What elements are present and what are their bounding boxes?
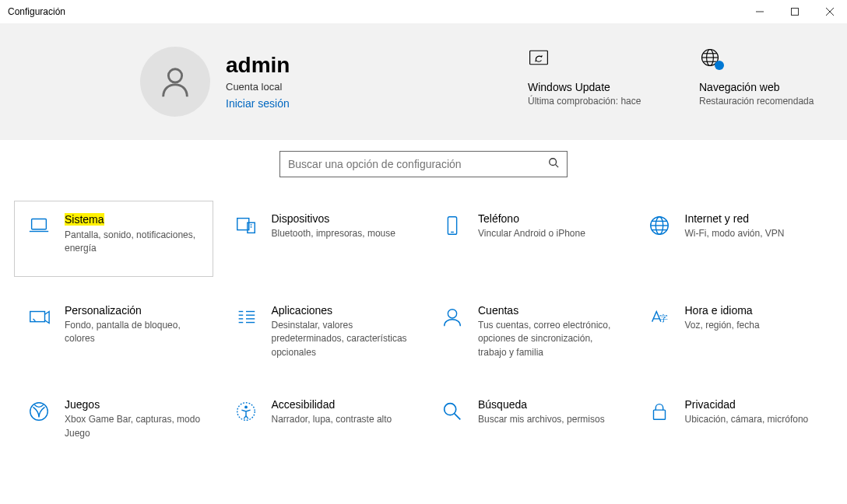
accessibility-icon — [233, 398, 259, 423]
tile-dispositivos[interactable]: Dispositivos Bluetooth, impresoras, mous… — [221, 201, 420, 277]
user-name: admin — [226, 53, 290, 78]
status-title: Navegación web — [699, 81, 816, 93]
laptop-icon — [26, 212, 52, 237]
svg-line-41 — [455, 414, 461, 420]
svg-rect-42 — [653, 410, 665, 419]
svg-line-12 — [556, 165, 559, 168]
tile-title: Cuentas — [478, 304, 615, 317]
tile-title: Búsqueda — [478, 398, 615, 411]
tile-title: Internet y red — [685, 212, 822, 225]
tile-desc: Pantalla, sonido, notificaciones, energí… — [65, 229, 202, 256]
status-windows-update[interactable]: Windows Update Última comprobación: hace — [528, 47, 645, 108]
tile-desc: Bluetooth, impresoras, mouse — [272, 227, 409, 240]
person-icon — [439, 304, 466, 329]
lock-icon — [646, 398, 673, 423]
svg-point-4 — [168, 69, 181, 82]
status-title: Windows Update — [528, 81, 645, 93]
tile-title: Sistema — [65, 213, 104, 226]
user-block[interactable]: admin Cuenta local Iniciar sesión — [140, 47, 497, 117]
alert-dot-icon — [715, 61, 724, 70]
window-controls — [742, 0, 847, 23]
brush-icon — [26, 304, 52, 329]
header-inner: admin Cuenta local Iniciar sesión Window… — [0, 47, 847, 117]
tile-title: Privacidad — [685, 398, 822, 411]
globe-grid-icon — [646, 212, 673, 237]
tile-desc: Voz, región, fecha — [685, 319, 822, 332]
svg-rect-1 — [791, 9, 798, 16]
tile-desc: Tus cuentas, correo electrónico, opcione… — [478, 319, 615, 359]
xbox-icon — [26, 398, 52, 423]
tile-internet[interactable]: Internet y red Wi-Fi, modo avión, VPN — [634, 201, 834, 277]
tile-accesibilidad[interactable]: Accesibilidad Narrador, lupa, contraste … — [221, 387, 420, 463]
minimize-button[interactable] — [742, 0, 777, 23]
phone-icon — [439, 212, 466, 237]
apps-icon — [233, 304, 259, 329]
tile-desc: Ubicación, cámara, micrófono — [685, 413, 822, 426]
devices-icon — [233, 212, 259, 237]
tile-privacidad[interactable]: Privacidad Ubicación, cámara, micrófono — [634, 387, 834, 463]
avatar — [140, 47, 210, 117]
tile-desc: Buscar mis archivos, permisos — [478, 413, 615, 426]
search-box[interactable] — [279, 151, 568, 177]
tile-title: Dispositivos — [272, 212, 409, 225]
svg-point-11 — [550, 159, 557, 166]
svg-point-39 — [244, 406, 248, 409]
tile-personalizacion[interactable]: Personalización Fondo, pantalla de bloqu… — [14, 292, 213, 371]
status-block: Windows Update Última comprobación: hace… — [528, 47, 816, 108]
tile-horaidioma[interactable]: 字 Hora e idioma Voz, región, fecha — [634, 292, 834, 371]
svg-rect-26 — [30, 312, 45, 322]
account-type: Cuenta local — [226, 81, 290, 93]
tile-title: Aplicaciones — [272, 304, 409, 317]
tile-juegos[interactable]: Juegos Xbox Game Bar, capturas, modo Jue… — [14, 387, 213, 463]
titlebar: Configuración — [0, 0, 847, 23]
tile-desc: Fondo, pantalla de bloqueo, colores — [65, 319, 202, 346]
tile-desc: Wi-Fi, modo avión, VPN — [685, 227, 822, 240]
language-icon: 字 — [646, 304, 673, 329]
tile-title: Hora e idioma — [685, 304, 822, 317]
svg-rect-5 — [530, 51, 548, 65]
svg-text:字: 字 — [659, 313, 668, 323]
tile-desc: Narrador, lupa, contraste alto — [272, 413, 409, 426]
settings-grid: Sistema Pantalla, sonido, notificaciones… — [0, 201, 847, 463]
status-desc: Última comprobación: hace — [528, 95, 645, 108]
tile-telefono[interactable]: Teléfono Vincular Android o iPhone — [427, 201, 627, 277]
maximize-button[interactable] — [777, 0, 812, 23]
signin-link[interactable]: Iniciar sesión — [226, 97, 290, 110]
tile-title: Accesibilidad — [272, 398, 409, 411]
tile-busqueda[interactable]: Búsqueda Buscar mis archivos, permisos — [427, 387, 627, 463]
window-title: Configuración — [8, 6, 742, 17]
tile-desc: Desinstalar, valores predeterminados, ca… — [272, 319, 409, 359]
search-row — [0, 140, 847, 201]
svg-point-37 — [30, 403, 48, 421]
user-info: admin Cuenta local Iniciar sesión — [226, 53, 290, 110]
svg-point-40 — [445, 404, 456, 415]
tile-desc: Vincular Android o iPhone — [478, 227, 615, 240]
tile-title: Teléfono — [478, 212, 615, 225]
tile-title: Personalización — [65, 304, 202, 317]
tile-aplicaciones[interactable]: Aplicaciones Desinstalar, valores predet… — [221, 292, 420, 371]
tile-desc: Xbox Game Bar, capturas, modo Juego — [65, 413, 202, 440]
sync-icon — [528, 47, 645, 73]
status-desc: Restauración recomendada — [699, 95, 816, 108]
search-icon — [548, 157, 559, 171]
close-button[interactable] — [812, 0, 847, 23]
tile-title: Juegos — [65, 398, 202, 411]
status-web[interactable]: Navegación web Restauración recomendada — [699, 47, 816, 108]
tile-cuentas[interactable]: Cuentas Tus cuentas, correo electrónico,… — [427, 292, 627, 371]
tile-sistema[interactable]: Sistema Pantalla, sonido, notificaciones… — [14, 201, 213, 277]
user-icon — [157, 64, 193, 100]
header-region: admin Cuenta local Iniciar sesión Window… — [0, 23, 847, 140]
search-input[interactable] — [288, 158, 548, 170]
magnifier-icon — [439, 398, 466, 423]
svg-point-35 — [448, 310, 456, 318]
globe-icon — [699, 47, 816, 73]
svg-rect-13 — [32, 219, 47, 229]
